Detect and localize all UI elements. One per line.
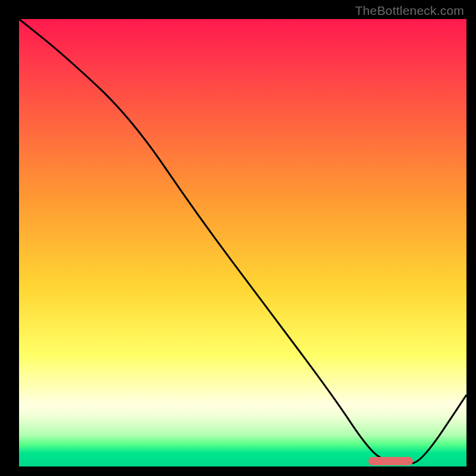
watermark-label: TheBottleneck.com [355, 4, 464, 18]
bottleneck-curve [19, 19, 466, 466]
optimal-range-pill [368, 457, 413, 465]
plot-area [19, 19, 466, 466]
chart-frame: TheBottleneck.com [0, 0, 476, 476]
